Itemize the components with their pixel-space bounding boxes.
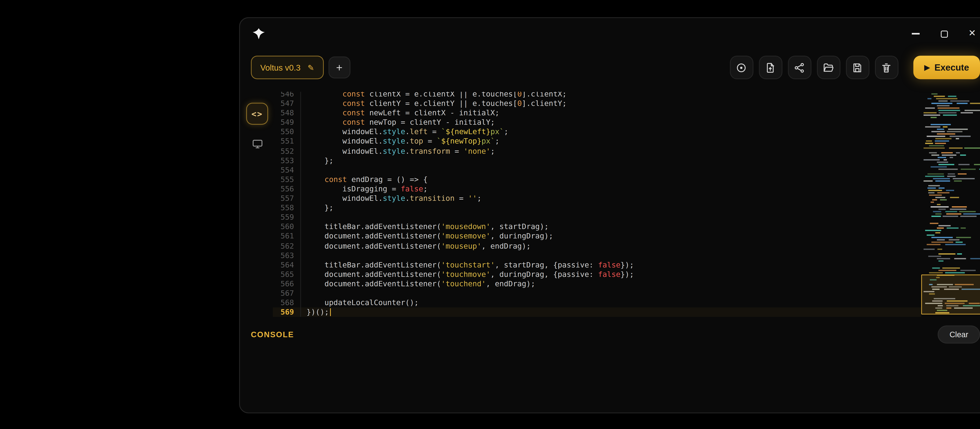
share-icon bbox=[794, 62, 805, 73]
code-text: document.addEventListener('touchend', en… bbox=[300, 279, 921, 289]
minimap[interactable] bbox=[921, 92, 980, 317]
line-number: 569 bbox=[273, 308, 300, 317]
code-line[interactable]: 546 const clientX = e.clientX || e.touch… bbox=[273, 92, 921, 99]
view-switch-rail: <> bbox=[246, 92, 268, 317]
maximize-button[interactable] bbox=[935, 25, 953, 42]
titlebar[interactable]: ✕ bbox=[240, 18, 980, 49]
code-line[interactable]: 564 titleBar.addEventListener('touchstar… bbox=[273, 260, 921, 270]
line-number: 563 bbox=[273, 250, 300, 260]
code-line[interactable]: 567 bbox=[273, 289, 921, 298]
line-number: 567 bbox=[273, 289, 300, 298]
code-line[interactable]: 566 document.addEventListener('touchend'… bbox=[273, 279, 921, 289]
minimize-icon bbox=[912, 33, 920, 34]
session-tab-voltus[interactable]: Voltus v0.3 ✎ bbox=[251, 56, 324, 79]
code-text: titleBar.addEventListener('mousedown', s… bbox=[300, 222, 921, 231]
code-text: windowEl.style.transition = ''; bbox=[300, 194, 921, 203]
code-line[interactable]: 557 windowEl.style.transition = ''; bbox=[273, 194, 921, 203]
code-text: windowEl.style.top = `${newTop}px`; bbox=[300, 137, 921, 146]
file-export-icon bbox=[765, 62, 776, 73]
code-line[interactable]: 559 bbox=[273, 213, 921, 222]
code-line[interactable]: 563 bbox=[273, 250, 921, 260]
code-text: windowEl.style.left = `${newLeft}px`; bbox=[300, 128, 921, 137]
save-icon bbox=[852, 62, 864, 73]
code-line[interactable]: 548 const newLeft = clientX - initialX; bbox=[273, 108, 921, 118]
trash-icon bbox=[881, 62, 892, 73]
open-folder-button[interactable] bbox=[817, 56, 840, 79]
code-line[interactable]: 552 windowEl.style.transform = 'none'; bbox=[273, 146, 921, 156]
line-number: 559 bbox=[273, 213, 300, 222]
minimap-viewport[interactable] bbox=[921, 274, 980, 314]
code-line[interactable]: 568 updateLocalCounter(); bbox=[273, 298, 921, 308]
toolbar: Voltus v0.3 ✎ + bbox=[240, 49, 980, 86]
code-text: const clientY = e.clientY || e.touches[0… bbox=[300, 99, 921, 108]
code-line[interactable]: 549 const newTop = clientY - initialY; bbox=[273, 118, 921, 127]
folder-open-icon bbox=[823, 62, 835, 73]
code-text bbox=[300, 213, 921, 222]
line-number: 556 bbox=[273, 184, 300, 194]
code-text: document.addEventListener('touchmove', d… bbox=[300, 270, 921, 279]
code-text: const newTop = clientY - initialY; bbox=[300, 118, 921, 127]
code-line[interactable]: 555 const endDrag = () => { bbox=[273, 175, 921, 184]
code-brackets-icon: <> bbox=[251, 109, 263, 118]
voltus-bird-logo-icon bbox=[250, 25, 267, 42]
code-view-button[interactable]: <> bbox=[246, 103, 268, 125]
code-text: document.addEventListener('mouseup', end… bbox=[300, 241, 921, 250]
play-icon: ▶ bbox=[924, 64, 930, 71]
line-number: 549 bbox=[273, 118, 300, 127]
code-text bbox=[300, 289, 921, 298]
code-line[interactable]: 547 const clientY = e.clientY || e.touch… bbox=[273, 99, 921, 108]
delete-button[interactable] bbox=[875, 56, 899, 79]
preview-button[interactable] bbox=[246, 132, 268, 155]
code-line[interactable]: 553 }; bbox=[273, 156, 921, 165]
code-text: isDragging = false; bbox=[300, 184, 921, 194]
code-text: titleBar.addEventListener('touchstart', … bbox=[300, 260, 921, 270]
target-button[interactable] bbox=[730, 56, 753, 79]
add-tab-button[interactable]: + bbox=[328, 56, 350, 78]
share-button[interactable] bbox=[788, 56, 811, 79]
line-number: 554 bbox=[273, 165, 300, 175]
line-number: 568 bbox=[273, 298, 300, 308]
main-area: <> 546 const clientX = e.clientX || e.to… bbox=[240, 92, 980, 317]
line-number: 550 bbox=[273, 128, 300, 137]
code-text: })(); bbox=[300, 308, 921, 317]
code-line[interactable]: 562 document.addEventListener('mouseup',… bbox=[273, 241, 921, 250]
code-text bbox=[300, 250, 921, 260]
console-title: CONSOLE bbox=[251, 330, 294, 338]
line-number: 565 bbox=[273, 270, 300, 279]
minimize-button[interactable] bbox=[907, 25, 924, 42]
code-text: }; bbox=[300, 203, 921, 213]
clear-console-button[interactable]: Clear bbox=[938, 325, 980, 343]
close-icon: ✕ bbox=[969, 29, 976, 38]
line-number: 562 bbox=[273, 241, 300, 250]
line-number: 547 bbox=[273, 99, 300, 108]
code-text: const endDrag = () => { bbox=[300, 175, 921, 184]
maximize-icon bbox=[940, 30, 947, 37]
code-line[interactable]: 565 document.addEventListener('touchmove… bbox=[273, 270, 921, 279]
code-line[interactable]: 569})(); bbox=[273, 308, 921, 317]
code-editor[interactable]: 546 const clientX = e.clientX || e.touch… bbox=[273, 92, 921, 317]
line-number: 561 bbox=[273, 232, 300, 241]
save-button[interactable] bbox=[846, 56, 869, 79]
close-button[interactable]: ✕ bbox=[964, 25, 980, 42]
code-line[interactable]: 554 bbox=[273, 165, 921, 175]
desktop-background: ✕ Voltus v0.3 ✎ + bbox=[0, 0, 980, 429]
code-line[interactable]: 560 titleBar.addEventListener('mousedown… bbox=[273, 222, 921, 231]
code-line[interactable]: 561 document.addEventListener('mousemove… bbox=[273, 232, 921, 241]
line-number: 546 bbox=[273, 92, 300, 99]
line-number: 558 bbox=[273, 203, 300, 213]
code-line[interactable]: 550 windowEl.style.left = `${newLeft}px`… bbox=[273, 128, 921, 137]
execute-label: Execute bbox=[934, 63, 969, 72]
line-number: 557 bbox=[273, 194, 300, 203]
line-number: 553 bbox=[273, 156, 300, 165]
code-line[interactable]: 556 isDragging = false; bbox=[273, 184, 921, 194]
voltus-app-window: ✕ Voltus v0.3 ✎ + bbox=[239, 17, 980, 413]
execute-button[interactable]: ▶ Execute bbox=[913, 56, 980, 79]
line-number: 552 bbox=[273, 146, 300, 156]
code-line[interactable]: 558 }; bbox=[273, 203, 921, 213]
pencil-icon[interactable]: ✎ bbox=[308, 63, 314, 72]
file-export-button[interactable] bbox=[759, 56, 783, 79]
window-controls: ✕ bbox=[907, 25, 980, 42]
code-line[interactable]: 551 windowEl.style.top = `${newTop}px`; bbox=[273, 137, 921, 146]
code-lines: 546 const clientX = e.clientX || e.touch… bbox=[273, 92, 921, 317]
console-output bbox=[240, 351, 980, 413]
